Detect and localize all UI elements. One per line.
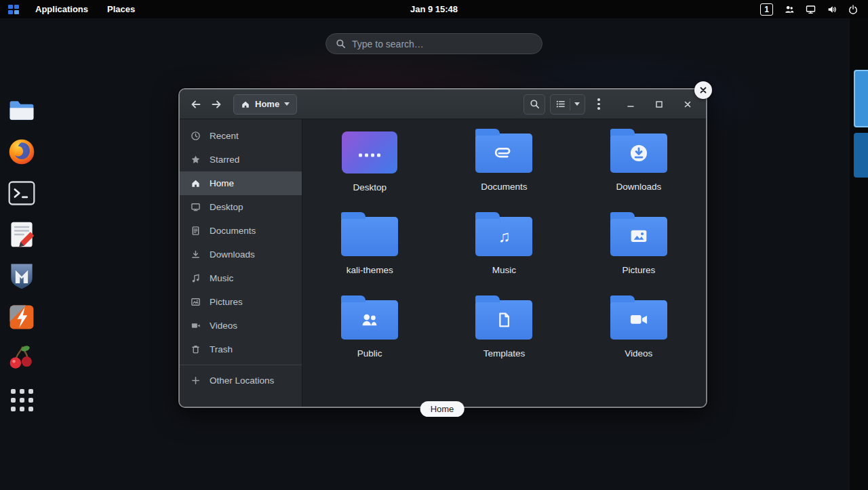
path-button-label: Home: [255, 99, 279, 109]
metasploit-icon: [7, 261, 37, 291]
places-sidebar: Recent Starred Home: [180, 119, 302, 407]
download-icon: [190, 249, 201, 260]
music-note-emblem: ♫: [498, 228, 510, 245]
search-icon: [336, 39, 346, 49]
speaker-icon[interactable]: [827, 4, 837, 15]
firefox-icon: [7, 137, 37, 167]
file-grid: Desktop Documents: [302, 119, 706, 407]
sidebar-item-videos[interactable]: Videos: [180, 314, 302, 338]
plus-icon: [190, 375, 201, 386]
display-icon[interactable]: [805, 4, 816, 15]
users-icon[interactable]: [783, 4, 795, 15]
workspace-thumbnail-1[interactable]: [854, 70, 868, 127]
button-divider: [570, 98, 570, 110]
dock-item-files[interactable]: [6, 95, 37, 126]
download-arrow-emblem: [627, 142, 650, 165]
search-input[interactable]: Type to search…: [326, 33, 542, 54]
kali-logo: [7, 3, 22, 16]
window-preview-close-button[interactable]: [694, 81, 712, 99]
file-item-videos[interactable]: Videos: [585, 294, 693, 377]
folder-icon: [341, 300, 398, 340]
sidebar-item-label: Recent: [210, 131, 239, 141]
file-item-documents[interactable]: Documents: [450, 127, 558, 211]
clock-icon: [190, 131, 201, 142]
folder-icon: ♫: [475, 217, 532, 256]
workspace-indicator[interactable]: 1: [760, 3, 773, 16]
dock-item-cherrytree[interactable]: [6, 343, 37, 374]
folder-icon: [610, 217, 667, 256]
places-menu[interactable]: Places: [99, 1, 143, 17]
close-icon: [699, 86, 707, 94]
dock-item-text-editor[interactable]: [6, 219, 37, 250]
desktop-icon: [190, 202, 201, 213]
trash-icon: [190, 344, 201, 355]
show-applications-icon: [11, 389, 33, 411]
sidebar-item-label: Documents: [210, 226, 256, 236]
dock-item-show-applications[interactable]: [6, 384, 37, 415]
sidebar-separator: [180, 365, 302, 365]
close-button[interactable]: [680, 97, 695, 112]
sidebar-item-home[interactable]: Home: [180, 171, 302, 195]
maximize-button[interactable]: [652, 97, 667, 112]
menu-kebab-button[interactable]: [590, 95, 608, 114]
file-label: kali-themes: [347, 265, 393, 275]
file-label: Public: [357, 348, 382, 359]
file-item-downloads[interactable]: Downloads: [585, 127, 693, 211]
sidebar-item-documents[interactable]: Documents: [180, 219, 302, 243]
sidebar-item-recent[interactable]: Recent: [180, 124, 302, 148]
sidebar-item-label: Desktop: [210, 202, 243, 212]
file-label: Documents: [481, 182, 527, 192]
file-label: Videos: [625, 348, 652, 359]
people-emblem: [358, 308, 381, 331]
folder-icon: [610, 134, 667, 173]
sidebar-item-label: Downloads: [210, 249, 255, 260]
caret-down-icon: [284, 102, 290, 106]
sidebar-item-label: Other Locations: [210, 375, 274, 386]
sidebar-item-other-locations[interactable]: Other Locations: [180, 369, 302, 392]
power-icon[interactable]: [848, 4, 859, 15]
desktop-screen-icon: [342, 131, 397, 173]
music-note-icon: [190, 273, 201, 284]
applications-menu[interactable]: Applications: [27, 1, 96, 17]
dock-item-metasploit[interactable]: [6, 260, 37, 291]
document-icon: [190, 226, 201, 237]
sidebar-item-starred[interactable]: Starred: [180, 148, 302, 171]
sidebar-item-label: Pictures: [210, 297, 243, 307]
file-item-kali-themes[interactable]: kali-themes: [315, 211, 424, 294]
sidebar-item-label: Trash: [210, 344, 233, 354]
file-item-music[interactable]: ♫ Music: [450, 211, 558, 294]
file-item-templates[interactable]: Templates: [450, 294, 558, 377]
view-toggle-button[interactable]: [550, 94, 585, 115]
list-view-icon: [555, 99, 566, 109]
minimize-button[interactable]: [623, 97, 638, 112]
back-button[interactable]: [186, 95, 205, 114]
files-window[interactable]: Home: [178, 88, 707, 408]
sidebar-item-desktop[interactable]: Desktop: [180, 195, 302, 219]
dock-item-burpsuite[interactable]: [6, 302, 37, 333]
folder-icon: [341, 217, 398, 256]
file-item-public[interactable]: Public: [315, 294, 424, 377]
file-item-desktop[interactable]: Desktop: [315, 127, 424, 211]
home-icon: [190, 178, 201, 189]
dock-item-firefox[interactable]: [6, 136, 37, 167]
path-button[interactable]: Home: [233, 94, 297, 115]
caret-down-icon: [574, 102, 580, 106]
file-label: Music: [492, 265, 516, 275]
sidebar-item-trash[interactable]: Trash: [180, 338, 302, 361]
search-icon: [530, 99, 540, 109]
search-toggle-button[interactable]: [524, 94, 545, 115]
forward-button[interactable]: [207, 95, 226, 114]
template-document-emblem: [494, 310, 514, 330]
sidebar-item-label: Home: [210, 178, 234, 188]
sidebar-item-music[interactable]: Music: [180, 266, 302, 290]
workspace-switcher: [850, 18, 868, 490]
clock[interactable]: Jan 9 15:48: [410, 0, 458, 18]
workspace-thumbnail-2[interactable]: [854, 133, 868, 178]
sidebar-item-pictures[interactable]: Pictures: [180, 290, 302, 314]
sidebar-item-downloads[interactable]: Downloads: [180, 243, 302, 266]
file-label: Desktop: [353, 182, 387, 192]
sidebar-item-label: Music: [210, 273, 233, 283]
file-item-pictures[interactable]: Pictures: [585, 211, 693, 294]
file-label: Templates: [484, 348, 526, 359]
dock-item-terminal[interactable]: [6, 178, 37, 209]
